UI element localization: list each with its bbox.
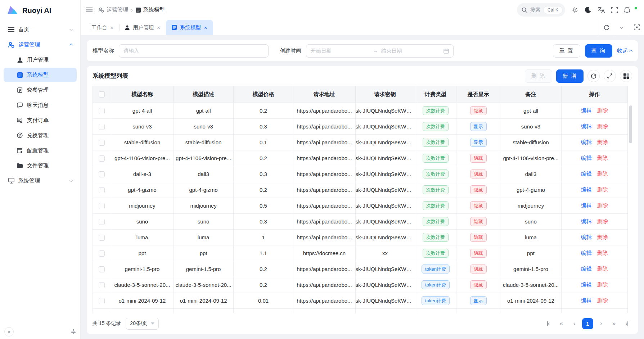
translate-icon[interactable] [598, 6, 605, 13]
cell-request-url: https://docmee.cn [293, 245, 355, 261]
delete-link[interactable]: 删除 [597, 186, 608, 193]
row-checkbox[interactable] [99, 187, 105, 193]
edit-link[interactable]: 编辑 [581, 234, 592, 240]
row-checkbox[interactable] [99, 250, 105, 257]
query-button[interactable]: 查 询 [585, 44, 612, 58]
sidebar-item-operations[interactable]: 运营管理 [4, 37, 77, 52]
edit-link[interactable]: 编辑 [581, 171, 592, 177]
sidebar-item-exchange-mgmt[interactable]: 兑换管理 [4, 128, 77, 143]
edit-link[interactable]: 编辑 [581, 155, 592, 161]
delete-link[interactable]: 删除 [597, 281, 608, 288]
sidebar-item-chat-messages[interactable]: 聊天消息 [4, 98, 77, 112]
fullscreen-icon[interactable] [611, 7, 618, 13]
sidebar-item-home[interactable]: 首页 [4, 22, 77, 37]
forward-pages-button[interactable]: » [609, 318, 619, 329]
row-checkbox[interactable] [99, 219, 105, 225]
refresh-tab-icon[interactable] [599, 20, 614, 35]
collapse-filter-link[interactable]: 收起 [617, 48, 632, 54]
row-checkbox[interactable] [99, 171, 105, 177]
row-checkbox[interactable] [99, 266, 105, 272]
first-page-button[interactable]: ‹ [543, 318, 554, 329]
delete-link[interactable]: 删除 [597, 155, 608, 161]
delete-link[interactable]: 删除 [597, 218, 608, 224]
table-scroll-area: 模型名称 模型描述 模型价格 请求地址 请求密钥 计费类型 是否显示 备注 操作… [93, 86, 632, 313]
close-icon[interactable]: × [157, 25, 160, 30]
edit-link[interactable]: 编辑 [581, 123, 592, 129]
table-scrollbar[interactable] [629, 105, 632, 143]
breadcrumb-section[interactable]: 运营管理 [98, 6, 128, 13]
delete-link[interactable]: 删除 [597, 250, 608, 256]
hamburger-menu-icon[interactable] [86, 7, 93, 13]
close-icon[interactable]: × [111, 25, 114, 30]
delete-link[interactable]: 删除 [597, 123, 608, 129]
add-button[interactable]: 新 增 [556, 69, 584, 83]
delete-link[interactable]: 删除 [597, 139, 608, 145]
row-checkbox[interactable] [99, 235, 105, 241]
delete-button[interactable]: 删 除 [525, 69, 552, 83]
edit-link[interactable]: 编辑 [581, 139, 592, 145]
tab-workbench[interactable]: 工作台 × [86, 20, 119, 35]
sidebar-item-user-mgmt[interactable]: 用户管理 [4, 53, 77, 67]
reset-button[interactable]: 重 置 [553, 44, 580, 58]
prev-page-button[interactable]: ‹ [569, 318, 580, 329]
delete-link[interactable]: 删除 [597, 107, 608, 113]
edit-link[interactable]: 编辑 [581, 297, 592, 303]
app-logo[interactable]: Ruoyi AI [0, 0, 80, 21]
delete-link[interactable]: 删除 [597, 297, 608, 303]
next-page-button[interactable]: › [596, 318, 606, 329]
edit-link[interactable]: 编辑 [581, 107, 592, 113]
tab-list-dropdown-icon[interactable] [614, 20, 629, 35]
global-search[interactable]: 搜索 Ctrl K [517, 3, 565, 17]
page-size-select[interactable]: 20条/页 [126, 318, 158, 330]
edit-link[interactable]: 编辑 [581, 250, 592, 256]
delete-link[interactable]: 删除 [597, 171, 608, 177]
row-checkbox[interactable] [99, 298, 105, 304]
edit-link[interactable]: 编辑 [581, 218, 592, 224]
date-range-picker[interactable]: 开始日期 → 结束日期 [306, 44, 454, 58]
content-fullscreen-icon[interactable] [629, 20, 644, 35]
edit-link[interactable]: 编辑 [581, 281, 592, 288]
last-page-button[interactable]: › [622, 318, 632, 329]
table-row: stable-diffusionstable-diffusion0.1https… [93, 135, 628, 150]
billing-type-badge: token计费 [422, 265, 450, 274]
row-checkbox[interactable] [99, 124, 105, 130]
column-settings-icon[interactable] [620, 70, 632, 82]
sidebar-item-package-mgmt[interactable]: 套餐管理 [4, 83, 77, 97]
document-icon [17, 87, 23, 93]
row-checkbox[interactable] [99, 140, 105, 146]
sidebar-item-payment-orders[interactable]: 支付订单 [4, 113, 77, 127]
sidebar-item-system-model[interactable]: 系统模型 [4, 68, 77, 82]
pin-icon[interactable] [71, 329, 76, 334]
row-checkbox[interactable] [99, 155, 105, 162]
sidebar-collapse-button[interactable]: « [4, 327, 14, 336]
list-icon [17, 72, 23, 78]
table-row: lumaluma1https://api.pandarobo...sk-JIUQ… [93, 230, 628, 245]
current-page-button[interactable]: 1 [582, 318, 593, 329]
notification-bell-icon[interactable] [624, 6, 630, 13]
row-checkbox[interactable] [99, 203, 105, 209]
delete-link[interactable]: 删除 [597, 202, 608, 208]
back-pages-button[interactable]: « [556, 318, 567, 329]
edit-link[interactable]: 编辑 [581, 266, 592, 272]
select-all-checkbox[interactable] [99, 91, 105, 98]
delete-link[interactable]: 删除 [597, 266, 608, 272]
settings-gear-icon[interactable] [571, 6, 578, 14]
sidebar-item-system-mgmt[interactable]: 系统管理 [4, 173, 77, 188]
delete-link[interactable]: 删除 [597, 234, 608, 240]
expand-table-icon[interactable] [604, 70, 616, 82]
cell-model-name: claude-3-5-sonnet-20... [111, 277, 174, 293]
dark-mode-moon-icon[interactable] [585, 6, 591, 13]
edit-link[interactable]: 编辑 [581, 202, 592, 208]
edit-link[interactable]: 编辑 [581, 186, 592, 193]
sidebar-item-file-mgmt[interactable]: 文件管理 [4, 158, 77, 173]
row-checkbox[interactable] [99, 108, 105, 114]
close-icon[interactable]: × [204, 25, 207, 30]
tab-system-model[interactable]: 系统模型 × [166, 20, 213, 35]
tab-user-mgmt[interactable]: 用户管理 × [119, 20, 166, 35]
row-checkbox[interactable] [99, 282, 105, 288]
model-name-input[interactable] [119, 44, 269, 58]
sidebar-item-config-mgmt[interactable]: 配置管理 [4, 143, 77, 158]
cell-request-url: https://api.pandarobo... [293, 214, 355, 230]
col-model-price: 模型价格 [233, 86, 293, 103]
refresh-table-icon[interactable] [587, 70, 600, 82]
